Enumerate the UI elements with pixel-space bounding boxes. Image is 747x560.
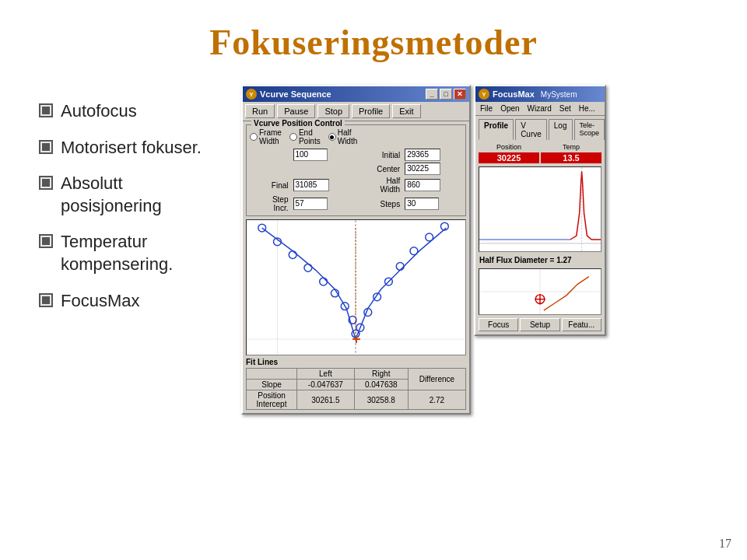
minimize-button[interactable]: _ xyxy=(426,89,438,100)
input-half-width[interactable]: 860 xyxy=(405,179,440,191)
features-button[interactable]: Featu... xyxy=(562,318,601,331)
input-initial[interactable]: 29365 xyxy=(405,149,440,161)
radio-frame-width[interactable]: FrameWidth xyxy=(250,128,282,145)
tab-log[interactable]: Log xyxy=(549,119,573,140)
svg-point-3 xyxy=(258,224,266,232)
menu-set[interactable]: Set xyxy=(556,103,574,114)
label-final: Final xyxy=(250,181,289,190)
bullet-text-4: FocusMax xyxy=(61,290,226,313)
radio-label-ep: EndPoints xyxy=(299,128,321,145)
temp-value: 13.5 xyxy=(541,152,601,163)
input-frame-width[interactable]: 100 xyxy=(293,149,328,161)
bullet-item-1: Motorisert fokuser. xyxy=(39,137,226,159)
group-label-text: Vcurve Position Control xyxy=(251,119,345,128)
fm-body: Profile V Curve Log Tele-Scope Position … xyxy=(475,116,605,334)
svg-point-18 xyxy=(426,233,433,241)
position-value: 30225 xyxy=(479,152,539,163)
bullet-text-1: Motorisert fokuser. xyxy=(61,137,226,159)
temp-label: Temp xyxy=(541,143,601,151)
tab-telescope[interactable]: Tele-Scope xyxy=(574,119,605,140)
vcurve-body: Vcurve Position Control FrameWidth EndPo… xyxy=(243,121,469,413)
vcurve-title-text: Vcurve Sequence xyxy=(260,89,331,99)
screenshots-area: Y Vcurve Sequence _ □ ✕ Run Pause Stop P… xyxy=(241,85,724,415)
radio-row: FrameWidth EndPoints HalfWidth xyxy=(250,128,462,145)
tab-profile[interactable]: Profile xyxy=(479,119,514,140)
row-slope-label: Slope xyxy=(247,380,297,390)
input-center[interactable]: 30225 xyxy=(405,163,440,175)
fm-tabs: Profile V Curve Log Tele-Scope xyxy=(479,119,601,140)
col-empty xyxy=(247,369,297,380)
vcurve-win-controls: _ □ ✕ xyxy=(426,89,466,100)
bullet-item-4: FocusMax xyxy=(39,290,226,313)
menu-wizard[interactable]: Wizard xyxy=(524,103,555,114)
svg-point-5 xyxy=(289,251,296,259)
stop-button[interactable]: Stop xyxy=(317,104,349,118)
bullet-checkbox-0 xyxy=(39,103,53,117)
radio-label-fw: FrameWidth xyxy=(259,128,282,145)
focus-button[interactable]: Focus xyxy=(479,318,518,331)
fm-menubar: File Open Wizard Set He... xyxy=(475,102,605,116)
setup-button[interactable]: Setup xyxy=(520,318,559,331)
diff-label: Difference xyxy=(419,375,454,383)
row-slope-right: 0.047638 xyxy=(354,380,408,390)
bullet-checkbox-1 xyxy=(39,140,53,154)
bullet-item-0: Autofocus xyxy=(39,100,226,123)
fm-icon: Y xyxy=(479,89,489,100)
bullet-item-2: Absolutt posisjonering xyxy=(39,173,226,217)
fm-chart xyxy=(479,166,601,252)
bullet-item-3: Temperatur kompensering. xyxy=(39,231,226,275)
input-steps[interactable]: 30 xyxy=(405,198,439,210)
input-step-incr[interactable]: 57 xyxy=(293,198,328,210)
fit-lines-table: Left Right Difference Slope -0.047637 0.… xyxy=(246,368,466,410)
run-button[interactable]: Run xyxy=(245,104,275,118)
fm-buttons: Focus Setup Featu... xyxy=(479,318,601,331)
vcurve-title-left: Y Vcurve Sequence xyxy=(246,89,331,100)
close-button[interactable]: ✕ xyxy=(454,89,466,100)
menu-he[interactable]: He... xyxy=(576,103,598,114)
label-center: Center xyxy=(355,165,400,173)
fm-system-text: MySystem xyxy=(541,90,577,99)
fit-lines-header: Fit Lines xyxy=(246,358,466,366)
row-diff-val: 2.72 xyxy=(408,390,465,410)
radio-end-points[interactable]: EndPoints xyxy=(289,128,321,145)
page-title: Fokuseringsmetoder xyxy=(0,0,747,77)
bullet-checkbox-2 xyxy=(39,176,53,190)
row-slope-left: -0.047637 xyxy=(297,380,355,390)
maximize-button[interactable]: □ xyxy=(440,89,452,100)
bullet-list: AutofocusMotorisert fokuser.Absolutt pos… xyxy=(39,85,226,415)
label-initial: Initial xyxy=(355,151,400,159)
bullet-text-0: Autofocus xyxy=(61,100,226,123)
radio-circle-hw xyxy=(328,133,336,141)
input-final[interactable]: 31085 xyxy=(293,179,329,191)
col-right: Right xyxy=(354,369,408,380)
pause-button[interactable]: Pause xyxy=(277,104,315,118)
position-label: Position xyxy=(479,143,539,151)
row-pos-left: 30261.5 xyxy=(297,390,355,410)
label-half-width: HalfWidth xyxy=(355,177,400,194)
bullet-checkbox-3 xyxy=(39,234,53,248)
tab-vcurve[interactable]: V Curve xyxy=(515,119,547,140)
bullet-checkbox-4 xyxy=(39,293,53,307)
radio-half-width[interactable]: HalfWidth xyxy=(328,128,358,145)
label-steps: Steps xyxy=(355,200,400,208)
vcurve-titlebar: Y Vcurve Sequence _ □ ✕ xyxy=(243,86,469,102)
radio-label-hw: HalfWidth xyxy=(338,128,358,145)
fm-title-text: FocusMax xyxy=(493,89,535,99)
svg-point-6 xyxy=(304,264,312,271)
vcurve-icon: Y xyxy=(246,89,257,100)
exit-button[interactable]: Exit xyxy=(392,104,420,118)
svg-point-16 xyxy=(396,262,404,270)
fm-star-chart xyxy=(479,268,601,315)
position-control-group: Vcurve Position Control FrameWidth EndPo… xyxy=(246,124,466,216)
col-left: Left xyxy=(297,369,355,380)
focusmax-window: Y FocusMax MySystem File Open Wizard Set… xyxy=(474,85,606,336)
menu-open[interactable]: Open xyxy=(497,103,522,114)
profile-button[interactable]: Profile xyxy=(352,104,390,118)
vcurve-window: Y Vcurve Sequence _ □ ✕ Run Pause Stop P… xyxy=(241,85,471,415)
menu-file[interactable]: File xyxy=(477,103,496,114)
vcurve-chart xyxy=(246,219,466,355)
bullet-text-3: Temperatur kompensering. xyxy=(61,231,226,275)
pos-temp-section: Position Temp 30225 13.5 xyxy=(479,143,601,163)
radio-circle-fw xyxy=(250,133,258,141)
row-pos-label: PositionIntercept xyxy=(247,390,297,410)
